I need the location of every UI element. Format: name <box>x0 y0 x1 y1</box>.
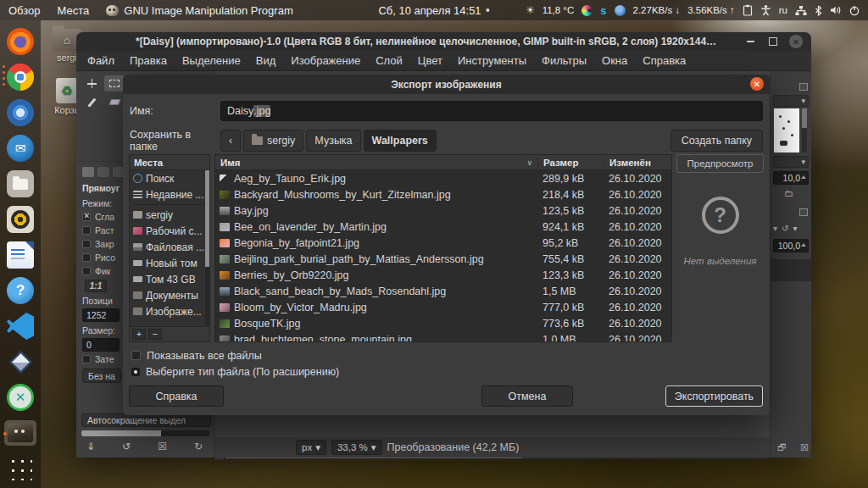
file-row[interactable]: Begonia_by_fatpoint21.jpg 95,2 kB 26.10.… <box>215 235 671 251</box>
chevron-down-icon[interactable]: ▾ <box>793 224 797 233</box>
places-item[interactable]: Файловая ... <box>130 239 209 255</box>
dock-item-xapp[interactable]: ✕ <box>2 380 39 415</box>
export-button[interactable]: Экспортировать <box>665 385 763 407</box>
keyboard-layout-indicator[interactable]: ru <box>779 5 787 15</box>
file-row[interactable]: Berries_by_Orb9220.jpg 123,3 kB 26.10.20… <box>215 267 671 283</box>
dock-item-virtualbox[interactable] <box>2 344 39 380</box>
clipboard-icon[interactable] <box>743 4 753 16</box>
file-row[interactable]: Bay.jpg 123,5 kB 26.10.2020 <box>215 202 671 219</box>
dock-menu-icon[interactable] <box>799 208 808 216</box>
dynamics-dropdown[interactable]: ▾ <box>773 156 809 168</box>
filename-input[interactable]: Daisy.jpg <box>220 101 763 121</box>
places-scrollbar[interactable] <box>205 170 209 326</box>
column-header-size[interactable]: Размер <box>537 158 604 168</box>
spacing-spinner[interactable]: 10,0 <box>773 171 809 185</box>
file-type-expander[interactable]: Выберите тип файла (По расширению) <box>131 363 339 380</box>
volume-icon[interactable] <box>830 5 842 15</box>
dock-item-writer[interactable] <box>2 237 39 273</box>
size-input[interactable]: 0 <box>82 338 120 352</box>
places-item[interactable]: Недавние ... <box>130 186 209 202</box>
places-item[interactable]: Том 43 GB <box>130 271 209 287</box>
unit-select[interactable]: px▾ <box>296 440 326 455</box>
brush-select-dropdown[interactable]: ▾ <box>773 95 809 107</box>
dock-menu-icon[interactable] <box>799 83 808 91</box>
accessibility-icon[interactable] <box>760 4 771 16</box>
file-row[interactable]: Aeg_by_Tauno_Erik.jpg 289,9 kB 26.10.202… <box>215 170 671 186</box>
rect-select-tool-button[interactable] <box>104 75 125 92</box>
move-tool-button[interactable] <box>81 75 102 92</box>
menu-item[interactable]: Правка <box>122 52 175 69</box>
dock-item-thunderbird[interactable]: ✉ <box>2 130 39 166</box>
dock-item-chrome[interactable] <box>2 59 39 95</box>
places-item[interactable]: Документы <box>130 287 209 303</box>
places-item[interactable]: Новый том <box>130 255 209 271</box>
tool-options-action-icon[interactable]: ⇓ <box>86 441 95 452</box>
dock-item-vscode[interactable] <box>2 308 39 344</box>
skype-icon[interactable]: s <box>600 4 606 17</box>
file-row[interactable]: Beijling_park_burial_path_by_Mattias_And… <box>215 251 671 267</box>
activities-button[interactable]: Обзор <box>0 0 49 20</box>
column-header-modified[interactable]: Изменён <box>604 158 671 168</box>
tray-app-icon[interactable] <box>615 5 626 16</box>
file-row[interactable]: Black_sand_beach_by_Mads_Rosendahl.jpg 1… <box>215 283 671 299</box>
brush-list-scrollbar[interactable] <box>802 108 807 152</box>
position-input[interactable]: 1252 <box>82 308 120 322</box>
dock-item-firefox[interactable] <box>2 24 39 59</box>
save-preset-icon[interactable]: 🗀 <box>784 188 793 198</box>
autoshrink-button[interactable]: Автосокращение выдел <box>81 413 211 427</box>
menu-item[interactable]: Окна <box>594 52 635 69</box>
help-button[interactable]: Справка <box>129 385 224 407</box>
breadcrumb-button[interactable]: sergiy <box>243 130 303 152</box>
tool-options-action-icon[interactable]: ↺ <box>122 441 131 452</box>
brush-preview[interactable] <box>774 108 799 152</box>
tool-options-action-icon[interactable]: ↻ <box>194 441 203 452</box>
file-row[interactable]: brad_buchtemen_stone_mountain.jpg 1,0 MB… <box>215 331 671 342</box>
file-row[interactable]: Bloom_by_Victor_Madru.jpg 777,0 kB 26.10… <box>215 299 671 315</box>
file-row[interactable]: Bee_on_lavender_by_Martin.jpg 924,1 kB 2… <box>215 219 671 235</box>
dock-item-help[interactable]: ? <box>2 273 39 308</box>
breadcrumb-button[interactable]: Музыка <box>306 130 360 152</box>
show-all-files-checkbox[interactable]: Показывать все файлы <box>131 347 339 363</box>
add-place-button[interactable]: + <box>132 329 146 340</box>
places-item[interactable]: Поиск <box>130 170 209 186</box>
breadcrumb-back-button[interactable]: ‹ <box>220 130 241 152</box>
dialog-close-button[interactable]: ✕ <box>750 77 764 91</box>
layer-list[interactable] <box>771 259 811 281</box>
pencil-tool-button[interactable] <box>81 94 102 110</box>
reset-icon[interactable]: ↺ <box>782 224 788 233</box>
zoom-select[interactable]: 33,3 %▾ <box>331 440 382 455</box>
power-icon[interactable] <box>849 5 860 16</box>
dock-item-chromium[interactable] <box>2 95 39 130</box>
cancel-button[interactable]: Отмена <box>481 385 573 407</box>
focused-app-menu[interactable]: GNU Image Manipulation Program <box>97 0 301 20</box>
dock-item-rhythmbox[interactable] <box>2 202 39 237</box>
menu-item[interactable]: Инструменты <box>450 52 534 69</box>
remove-place-button[interactable]: − <box>148 329 162 340</box>
temperature-indicator[interactable]: 11,8 °C <box>542 5 575 15</box>
clock-menu[interactable]: Сб, 10 апреля 14:51 <box>378 4 489 17</box>
breadcrumb-button[interactable]: Wallpapers <box>364 130 437 152</box>
dialog-titlebar[interactable]: Экспорт изображения ✕ <box>123 75 770 94</box>
create-folder-button[interactable]: Создать папку <box>670 130 763 152</box>
tool-options-tab[interactable] <box>82 167 94 177</box>
menu-item[interactable]: Цвет <box>410 52 450 69</box>
column-header-name[interactable]: Имя ∨ <box>215 158 537 168</box>
places-item[interactable]: Рабочий с... <box>130 223 209 239</box>
menu-item[interactable]: Вид <box>248 52 284 69</box>
places-menu[interactable]: Места <box>49 0 98 20</box>
tool-options-action-icon[interactable]: ☒ <box>158 441 167 452</box>
places-item[interactable]: sergiy <box>130 207 209 223</box>
duplicate-layer-icon[interactable]: 🗗 <box>777 442 787 453</box>
menu-item[interactable]: Выделение <box>175 52 248 69</box>
menu-item[interactable]: Файл <box>80 52 122 69</box>
eraser-tool-button[interactable] <box>104 94 125 110</box>
aspect-ratio-value[interactable]: 1:1 <box>85 280 107 292</box>
menu-item[interactable]: Справка <box>635 52 693 69</box>
menu-item[interactable]: Фильтры <box>534 52 594 69</box>
weather-app-icon[interactable] <box>581 5 593 16</box>
file-row[interactable]: BosqueTK.jpg 773,6 kB 26.10.2020 <box>215 315 671 331</box>
guides-dropdown[interactable]: Без на <box>82 369 121 383</box>
close-button[interactable]: ✕ <box>789 35 803 48</box>
delete-layer-icon[interactable]: ☒ <box>800 442 809 453</box>
file-row[interactable]: Backyard_Mushrooms_by_Kurt_Zitzelman.jpg… <box>215 186 671 202</box>
